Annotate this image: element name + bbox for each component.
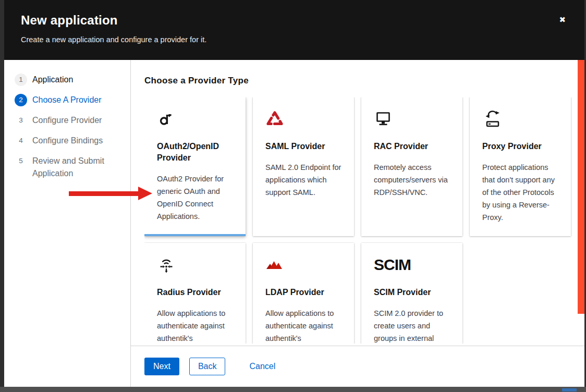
step-label: Review and Submit Application	[32, 155, 123, 180]
modal-header: New application Create a new application…	[4, 0, 584, 60]
step-number-badge: 3	[15, 114, 27, 127]
modal-title: New application	[21, 13, 568, 28]
scim-logo-text: SCIM	[374, 256, 411, 274]
content-heading: Choose a Provider Type	[144, 76, 584, 86]
provider-card-description: Protect applications that don't support …	[482, 161, 560, 224]
back-button[interactable]: Back	[189, 358, 226, 375]
saml-logo-icon	[265, 109, 344, 128]
scrollbar-thumb[interactable]	[578, 60, 584, 314]
ldap-mountains-icon	[265, 255, 344, 274]
step-label: Application	[32, 74, 73, 86]
radius-signal-icon	[157, 255, 235, 274]
step-label: Choose A Provider	[32, 94, 102, 106]
wizard-main-column: Choose a Provider Type OAuth2/OpenID Pro…	[131, 60, 584, 387]
cancel-button[interactable]: Cancel	[247, 358, 277, 375]
next-button[interactable]: Next	[144, 358, 179, 375]
provider-card-title: RAC Provider	[374, 141, 452, 152]
monitor-icon	[374, 109, 452, 128]
step-number-badge: 5	[15, 155, 27, 167]
wizard-steps-sidebar: 1Application2Choose A Provider3Configure…	[4, 60, 131, 387]
provider-card-scim-provider[interactable]: SCIMSCIM ProviderSCIM 2.0 provider to cr…	[361, 243, 462, 344]
step-label: Configure Bindings	[32, 134, 103, 147]
wizard-step-choose-a-provider[interactable]: 2Choose A Provider	[15, 94, 123, 106]
provider-card-title: SCIM Provider	[374, 287, 452, 298]
wizard-step-configure-bindings[interactable]: 4Configure Bindings	[15, 134, 123, 147]
step-number-badge: 2	[15, 94, 27, 106]
provider-card-rac-provider[interactable]: RAC ProviderRemotely access computers/se…	[361, 97, 462, 236]
provider-card-description: SAML 2.0 Endpoint for applications which…	[265, 161, 344, 199]
wizard-step-application[interactable]: 1Application	[15, 74, 123, 86]
new-application-wizard-modal: New application Create a new application…	[4, 0, 584, 387]
modal-subtitle: Create a new application and configure a…	[21, 35, 568, 44]
provider-card-title: OAuth2/OpenID Provider	[157, 141, 235, 164]
provider-card-description: SCIM 2.0 provider to create users and gr…	[374, 307, 452, 344]
background-page-text-fragment	[562, 388, 577, 391]
provider-cards-grid: OAuth2/OpenID ProviderOAuth2 Provider fo…	[144, 97, 584, 344]
step-label: Configure Provider	[32, 114, 102, 127]
provider-card-radius-provider[interactable]: Radius ProviderAllow applications to aut…	[144, 243, 246, 344]
provider-card-description: Remotely access computers/servers via RD…	[374, 161, 452, 199]
wizard-step-review-and-submit-application[interactable]: 5Review and Submit Application	[15, 155, 123, 180]
wizard-step-configure-provider[interactable]: 3Configure Provider	[15, 114, 123, 127]
modal-body: 1Application2Choose A Provider3Configure…	[4, 60, 584, 387]
openid-logo-icon	[157, 109, 235, 128]
provider-card-oauth2-openid-provider[interactable]: OAuth2/OpenID ProviderOAuth2 Provider fo…	[144, 97, 246, 236]
step-number-badge: 4	[15, 134, 27, 147]
modal-footer: Next Back Cancel	[131, 346, 584, 387]
page-backdrop-strip	[0, 387, 586, 392]
close-icon[interactable]: ✖	[557, 14, 568, 26]
provider-card-title: SAML Provider	[265, 141, 344, 152]
provider-card-saml-provider[interactable]: SAML ProviderSAML 2.0 Endpoint for appli…	[253, 97, 354, 236]
provider-card-title: LDAP Provider	[265, 287, 344, 298]
step-number-badge: 1	[15, 74, 27, 86]
provider-card-title: Proxy Provider	[482, 141, 560, 152]
provider-card-proxy-provider[interactable]: Proxy ProviderProtect applications that …	[470, 97, 571, 236]
provider-card-description: Allow applications to authenticate again…	[265, 307, 344, 344]
provider-card-ldap-provider[interactable]: LDAP ProviderAllow applications to authe…	[253, 243, 354, 344]
provider-card-description: Allow applications to authenticate again…	[157, 307, 235, 344]
scim-logo-icon: SCIM	[374, 255, 452, 274]
proxy-arrows-icon	[482, 109, 560, 128]
provider-type-content: Choose a Provider Type OAuth2/OpenID Pro…	[131, 60, 584, 346]
provider-card-title: Radius Provider	[157, 287, 235, 298]
provider-card-description: OAuth2 Provider for generic OAuth and Op…	[157, 173, 235, 223]
